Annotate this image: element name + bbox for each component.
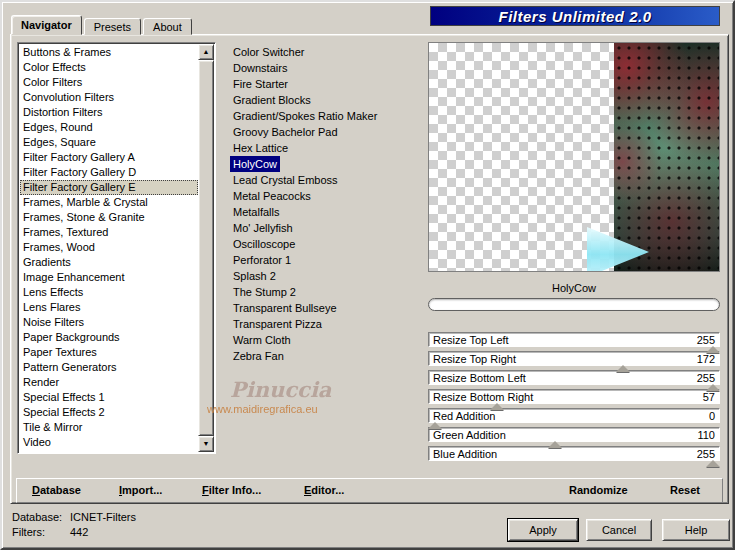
category-item[interactable]: Image Enhancement [20,270,198,285]
filter-item[interactable]: Splash 2 [230,268,279,284]
tab-presets[interactable]: Presets [84,18,141,35]
filter-item[interactable]: Fire Starter [230,76,291,92]
slider-thumb-icon[interactable] [616,365,630,372]
parameter-slider[interactable]: Resize Top Right172 [428,351,720,366]
scrollbar-up-button[interactable]: ▲ [198,44,214,60]
category-list[interactable]: Buttons & FramesColor EffectsColor Filte… [17,42,216,454]
category-item[interactable]: Filter Factory Gallery A [20,150,198,165]
category-item[interactable]: Frames, Textured [20,225,198,240]
parameter-slider[interactable]: Resize Top Left255 [428,332,720,347]
category-item[interactable]: Special Effects 1 [20,390,198,405]
filter-item[interactable]: Zebra Fan [230,348,287,364]
reset-button[interactable]: Reset [670,484,700,496]
parameter-row: Resize Top Right172 [428,351,720,370]
filter-item[interactable]: Downstairs [230,60,290,76]
tab-navigator[interactable]: Navigator [11,15,82,35]
parameter-value: 255 [697,372,715,384]
parameter-slider[interactable]: Red Addition0 [428,408,720,423]
category-item[interactable]: Edges, Round [20,120,198,135]
parameter-slider[interactable]: Blue Addition255 [428,446,720,461]
category-item[interactable]: Frames, Stone & Granite [20,210,198,225]
category-item[interactable]: Color Effects [20,60,198,75]
category-scrollbar[interactable]: ▲ ▼ [198,44,214,452]
category-item[interactable]: Gradients [20,255,198,270]
filter-item[interactable]: Lead Crystal Emboss [230,172,341,188]
filter-item[interactable]: Warm Cloth [230,332,294,348]
filter-item[interactable]: Color Switcher [230,44,308,60]
toolbar: Database Import... Filter Info... Editor… [16,478,723,503]
randomize-button[interactable]: Randomize [569,484,628,496]
filter-item[interactable]: Metalfalls [230,204,282,220]
category-item[interactable]: Distortion Filters [20,105,198,120]
filter-info-button[interactable]: Filter Info... [202,484,261,496]
category-item[interactable]: Render [20,375,198,390]
status-filters-label: Filters: [12,526,70,538]
category-item[interactable]: Buttons & Frames [20,45,198,60]
filter-item[interactable]: Transparent Bullseye [230,300,340,316]
parameter-label: Blue Addition [433,448,497,460]
filter-item[interactable]: Transparent Pizza [230,316,325,332]
parameter-label: Green Addition [433,429,506,441]
category-item[interactable]: Tile & Mirror [20,420,198,435]
scrollbar-down-button[interactable]: ▼ [198,436,214,452]
category-item[interactable]: Frames, Marble & Crystal [20,195,198,210]
category-item[interactable]: Frames, Wood [20,240,198,255]
tab-about[interactable]: About [143,18,192,35]
preview-image [614,43,719,271]
category-item[interactable]: Special Effects 2 [20,405,198,420]
selected-filter-label: HolyCow [428,282,720,294]
progress-bar[interactable] [428,298,720,311]
parameter-panel: Resize Top Left255Resize Top Right172Res… [428,332,720,465]
apply-button[interactable]: Apply [508,519,578,541]
watermark-signature: Pinuccia [230,377,331,402]
category-item[interactable]: Paper Textures [20,345,198,360]
filter-item[interactable]: Hex Lattice [230,140,291,156]
parameter-value: 0 [709,410,715,422]
parameter-slider[interactable]: Resize Bottom Left255 [428,370,720,385]
slider-thumb-icon[interactable] [490,403,504,410]
category-item[interactable]: Noise Filters [20,315,198,330]
filter-item[interactable]: Mo' Jellyfish [230,220,296,236]
database-button[interactable]: Database [32,484,81,496]
parameter-label: Resize Bottom Right [433,391,533,403]
parameter-label: Resize Top Left [433,334,509,346]
parameter-slider[interactable]: Resize Bottom Right57 [428,389,720,404]
slider-thumb-icon[interactable] [706,346,720,353]
parameter-slider[interactable]: Green Addition110 [428,427,720,442]
status-database: Database:ICNET-Filters [12,511,136,523]
category-list-items: Buttons & FramesColor EffectsColor Filte… [20,45,198,451]
up-arrow-icon: ▲ [203,48,210,55]
category-item[interactable]: Paper Backgrounds [20,330,198,345]
category-item-selected[interactable]: Filter Factory Gallery E [20,180,198,195]
filter-item[interactable]: Gradient Blocks [230,92,314,108]
slider-thumb-icon[interactable] [706,384,720,391]
slider-thumb-icon[interactable] [428,422,442,429]
filter-list[interactable]: Color SwitcherDownstairsFire StarterGrad… [230,44,420,364]
filter-item[interactable]: Gradient/Spokes Ratio Maker [230,108,380,124]
category-item[interactable]: Lens Flares [20,300,198,315]
category-item[interactable]: Video [20,435,198,450]
category-item[interactable]: Pattern Generators [20,360,198,375]
filter-item[interactable]: Metal Peacocks [230,188,314,204]
tab-bar: NavigatorPresetsAbout [11,15,194,35]
parameter-value: 255 [697,334,715,346]
preview-area[interactable] [428,42,720,272]
filter-item[interactable]: The Stump 2 [230,284,299,300]
category-item[interactable]: Lens Effects [20,285,198,300]
editor-button[interactable]: Editor... [304,484,344,496]
status-filters: Filters:442 [12,526,88,538]
filter-item-selected[interactable]: HolyCow [230,156,280,172]
category-item[interactable]: Filter Factory Gallery D [20,165,198,180]
help-button[interactable]: Help [662,519,730,541]
scrollbar-thumb[interactable] [198,60,214,436]
category-item[interactable]: Convolution Filters [20,90,198,105]
slider-thumb-icon[interactable] [706,460,720,467]
category-item[interactable]: Color Filters [20,75,198,90]
category-item[interactable]: Edges, Square [20,135,198,150]
slider-thumb-icon[interactable] [548,441,562,448]
filter-item[interactable]: Oscilloscope [230,236,298,252]
import-button[interactable]: Import... [119,484,162,496]
cancel-button[interactable]: Cancel [586,519,652,541]
filter-item[interactable]: Perforator 1 [230,252,294,268]
filter-item[interactable]: Groovy Bachelor Pad [230,124,341,140]
